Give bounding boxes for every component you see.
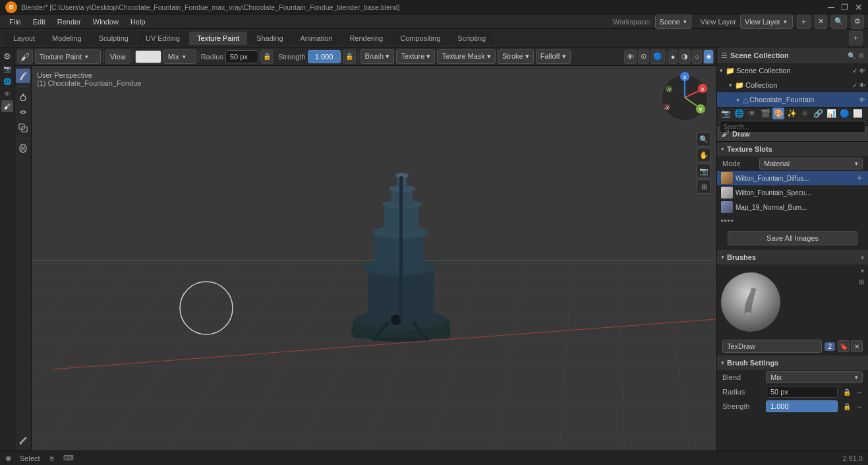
strength-prop-lock[interactable]: 🔒 — [843, 403, 851, 410]
prop-render-icon[interactable]: 📷 — [720, 108, 732, 119]
brushes-collapse-icon[interactable]: ▾ — [861, 254, 864, 261]
scene-collection-eye[interactable]: 👁 — [859, 67, 865, 75]
panel-icon-output[interactable]: 🌐 — [1, 75, 13, 87]
strength-prop-expand[interactable]: ↔ — [856, 403, 863, 410]
texture-slot-1[interactable]: Wilton_Fountain_Diffus... — [717, 171, 868, 185]
prop-view-icon[interactable]: 👁 — [746, 108, 758, 119]
texture-slots-header[interactable]: ▾ Texture Slots — [717, 142, 868, 156]
strength-lock-button[interactable]: 🔒 — [343, 49, 356, 64]
strength-prop-field[interactable]: 1.000 — [766, 400, 838, 412]
tab-scripting[interactable]: Scripting — [449, 32, 494, 45]
tab-texture-paint[interactable]: Texture Paint — [189, 32, 247, 45]
blend-prop-dropdown[interactable]: Mix ▾ — [766, 371, 863, 383]
annotate-tool[interactable] — [16, 433, 30, 448]
menu-file[interactable]: File — [4, 16, 26, 27]
color-picker[interactable] — [135, 50, 161, 63]
shading-texture-btn[interactable]: ◈ — [703, 49, 714, 64]
smear-tool[interactable] — [16, 105, 30, 119]
zoom-in-icon[interactable]: 🔍 — [697, 132, 711, 146]
menu-window[interactable]: Window — [88, 16, 124, 27]
prop-output-icon[interactable]: 🌐 — [733, 108, 745, 119]
texture-mode-dropdown[interactable]: Material ▾ — [759, 158, 863, 170]
radius-field[interactable]: 50 px — [225, 50, 258, 63]
outliner-search-btn[interactable]: 🔍 — [848, 52, 855, 59]
brush-grid-btn[interactable]: ⊞ — [859, 278, 864, 286]
clone-tool[interactable] — [16, 121, 30, 135]
add-tab-button[interactable]: ＋ — [849, 31, 863, 46]
collection-check[interactable]: ✓ — [852, 82, 857, 89]
scene-collection-check[interactable]: ✓ — [852, 67, 857, 75]
radius-lock-button[interactable]: 🔒 — [260, 49, 274, 64]
tab-shading[interactable]: Shading — [248, 32, 291, 45]
prop-constraints-icon[interactable]: 🔗 — [812, 108, 824, 119]
tab-compositing[interactable]: Compositing — [392, 32, 448, 45]
close-workspace-button[interactable]: ✕ — [815, 15, 827, 29]
menu-help[interactable]: Help — [125, 16, 151, 27]
panel-icon-scene[interactable]: ⚙ — [1, 50, 13, 62]
chocolate-fountain-row[interactable]: ▸ △ Chocolate_Fountain 👁 — [717, 92, 868, 107]
gizmo-btn[interactable]: 🔵 — [651, 49, 665, 64]
radius-prop-field[interactable]: 50 px — [766, 386, 838, 398]
brush-name-field[interactable]: TexDraw — [722, 340, 822, 353]
fill-tool[interactable] — [16, 89, 30, 104]
titlebar-controls[interactable]: ─ ❐ ✕ — [828, 2, 863, 13]
prop-physics-icon[interactable]: ⚛ — [799, 108, 811, 119]
search-button[interactable]: 🔍 — [831, 15, 847, 29]
save-all-images-button[interactable]: Save All Images — [728, 231, 857, 245]
shading-render-btn[interactable]: ○ — [692, 49, 702, 64]
cf-eye[interactable]: 👁 — [859, 96, 865, 104]
radius-prop-expand[interactable]: ↔ — [856, 388, 863, 396]
brush-delete-btn[interactable]: ✕ — [851, 340, 863, 352]
radius-prop-lock[interactable]: 🔒 — [843, 388, 851, 396]
menu-edit[interactable]: Edit — [28, 16, 51, 27]
texture-settings-dropdown[interactable]: Texture ▾ — [396, 49, 435, 64]
brush-settings-header[interactable]: ▾ Brush Settings — [717, 356, 868, 370]
tab-layout[interactable]: Layout — [5, 32, 43, 45]
maximize-button[interactable]: ❐ — [841, 3, 848, 12]
pan-icon[interactable]: ✋ — [697, 148, 711, 162]
view-button[interactable]: View — [105, 49, 130, 64]
texture-slot-2[interactable]: Wilton_Fountain_Specu... — [717, 185, 868, 200]
panel-icon-view[interactable]: 👁 — [1, 88, 13, 100]
scene-collection-row[interactable]: ▾ 📁 Scene Collection ✓ 👁 — [717, 63, 868, 78]
close-button[interactable]: ✕ — [855, 2, 863, 13]
strength-field[interactable]: 1.000 — [308, 50, 341, 63]
tab-sculpting[interactable]: Sculpting — [91, 32, 136, 45]
add-texture-button[interactable]: ＋ — [855, 172, 864, 184]
prop-texture-icon[interactable]: 🎨 — [772, 108, 784, 119]
prop-object-icon[interactable]: ⬜ — [852, 108, 863, 119]
shading-solid-btn[interactable]: ● — [668, 49, 678, 64]
collection-eye[interactable]: 👁 — [859, 82, 865, 89]
brush-settings-dropdown[interactable]: Brush ▾ — [361, 49, 395, 64]
overlay-btn[interactable]: ⊙ — [638, 49, 649, 64]
brush-preview[interactable] — [721, 272, 780, 332]
mask-tool[interactable] — [16, 141, 30, 156]
viewlayer-selector[interactable]: View Layer ▾ — [740, 15, 793, 29]
prop-data-icon[interactable]: 📊 — [825, 108, 837, 119]
stroke-dropdown[interactable]: Stroke ▾ — [498, 49, 534, 64]
draw-tool[interactable] — [16, 69, 30, 83]
minimize-button[interactable]: ─ — [828, 2, 834, 13]
panel-icon-brush[interactable]: 🖌 — [1, 100, 13, 112]
texture-slot-3[interactable]: Map_19_Normal_Bum... — [717, 200, 868, 214]
viewport[interactable]: User Perspective (1) Chocolate_Fountain_… — [32, 66, 716, 450]
axis-gizmo[interactable]: X Y Z -X -Y — [658, 71, 711, 124]
shading-material-btn[interactable]: ◑ — [679, 49, 691, 64]
outliner-filter-btn[interactable]: ⚙ — [858, 52, 864, 59]
workspace-selector[interactable]: Scene ▾ — [655, 15, 691, 29]
panel-icon-render[interactable]: 📷 — [1, 63, 13, 75]
filter-button[interactable]: ⚙ — [851, 15, 864, 29]
brush-expand-btn[interactable]: ▾ — [861, 267, 864, 274]
tab-modeling[interactable]: Modeling — [44, 32, 90, 45]
prop-scene-icon[interactable]: 🎬 — [759, 108, 771, 119]
blend-dropdown[interactable]: Mix ▾ — [163, 49, 196, 64]
viewport-shade-btn[interactable]: 👁 — [624, 49, 637, 64]
mode-dropdown[interactable]: Texture Paint ▾ — [35, 49, 101, 64]
grid-icon[interactable]: ⊞ — [697, 179, 711, 194]
camera-icon[interactable]: 📷 — [697, 164, 711, 178]
texture-slot-more[interactable]: ▸▸▸▸ — [717, 214, 868, 226]
tab-animation[interactable]: Animation — [293, 32, 341, 45]
menu-render[interactable]: Render — [52, 16, 86, 27]
tab-rendering[interactable]: Rendering — [341, 32, 391, 45]
prop-particles-icon[interactable]: ✨ — [786, 108, 797, 119]
